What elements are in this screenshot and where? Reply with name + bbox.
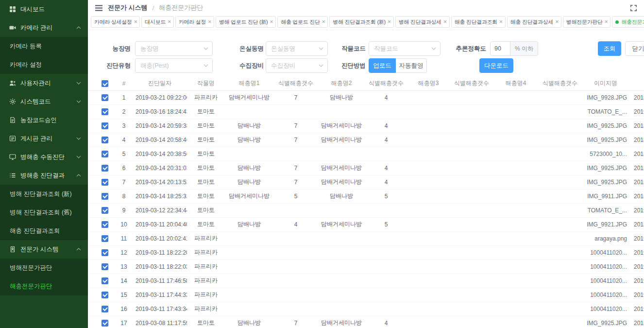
tab-item[interactable]: 해충 업로드 진단× — [277, 16, 328, 28]
tab-item[interactable]: 해충 진단결과상세× — [507, 16, 561, 28]
sidebar-item[interactable]: 병해충 수동진단 — [0, 148, 88, 166]
cell-date2: 2018 — [629, 189, 644, 203]
sidebar-item[interactable]: 병해충 진단결과 — [0, 166, 88, 185]
cell-image: TOMATO_E_... — [582, 104, 629, 119]
tab-close-icon[interactable]: × — [499, 19, 503, 25]
cell-pest4 — [494, 217, 538, 231]
cell-cnt1 — [273, 259, 318, 274]
table-row: 12019-03-21 09:22:00파프리카담배거세미나방7담배나방4IMG… — [88, 90, 644, 104]
cell-pest4 — [494, 316, 538, 328]
tab-close-icon[interactable]: × — [208, 19, 211, 25]
dashboard-icon — [9, 6, 16, 13]
cell-date2: 2019 — [629, 302, 644, 316]
hamburger-menu-icon[interactable] — [95, 5, 103, 11]
row-checkbox[interactable] — [102, 94, 108, 101]
farm-name-select[interactable]: 농장명 — [135, 41, 213, 56]
search-button[interactable]: 조회 — [598, 41, 621, 56]
cell-pest3 — [407, 316, 449, 328]
tab-close-icon[interactable]: × — [555, 19, 559, 25]
cell-pest4 — [494, 119, 538, 133]
row-checkbox[interactable] — [102, 221, 108, 228]
cell-pest1: 담배나방 — [225, 133, 273, 147]
row-checkbox[interactable] — [102, 165, 108, 172]
chevron-down-icon — [76, 82, 81, 85]
sidebar-item[interactable]: 카메라 관리 — [0, 18, 88, 37]
sidebar-item[interactable]: 병해 진단결과조회 (舊) — [0, 203, 88, 222]
crop-code-select-value: 작물코드 — [374, 45, 398, 53]
cell-image: IMG_9928.JPG — [582, 90, 629, 104]
row-checkbox[interactable] — [102, 179, 108, 186]
row-checkbox[interactable] — [102, 193, 108, 200]
tab-item[interactable]: 해충전문가판단× — [612, 16, 644, 28]
row-checkbox[interactable] — [102, 108, 108, 115]
tab-item[interactable]: 카메라 설정× — [175, 16, 214, 28]
sidebar-item[interactable]: 농장코드승인 — [0, 111, 88, 129]
select-all-checkbox[interactable] — [102, 80, 108, 87]
tab-close-icon[interactable]: × — [134, 19, 137, 25]
sidebar-item[interactable]: 해충 진단결과조회 — [0, 222, 88, 240]
row-checkbox[interactable] — [102, 151, 108, 157]
row-checkbox[interactable] — [102, 122, 108, 129]
row-checkbox[interactable] — [102, 320, 108, 327]
sidebar-item[interactable]: 사용자관리 — [0, 74, 88, 92]
tab-item[interactable]: 병해 업로드 진단 (新)× — [216, 16, 276, 28]
sidebar-item[interactable]: 대시보드 — [0, 0, 88, 18]
greenhouse-select[interactable]: 온실동명 — [266, 41, 328, 56]
cell-pest3 — [407, 161, 449, 175]
row-checkbox[interactable] — [102, 292, 108, 298]
close-button[interactable]: 닫기 — [625, 41, 644, 56]
tab-item[interactable]: 병해 진단결과상세× — [395, 16, 450, 28]
divider — [88, 30, 644, 30]
row-checkbox[interactable] — [102, 235, 108, 242]
tab-item[interactable]: 병해전문가판단× — [563, 16, 611, 28]
cell-date: 2019-03-11 20:04:40 — [133, 217, 187, 231]
row-checkbox[interactable] — [102, 207, 108, 214]
sidebar-item[interactable]: 게시판 관리 — [0, 129, 88, 148]
row-checkbox[interactable] — [102, 249, 108, 256]
cell-pest2 — [318, 274, 365, 288]
table-row: 52019-03-14 20:38:56토마토5723000_10...2018 — [88, 147, 644, 161]
tab-item[interactable]: 대시보드× — [141, 16, 174, 28]
fullscreen-icon[interactable] — [630, 4, 637, 12]
sidebar-item[interactable]: 병해전문가판단 — [0, 259, 88, 277]
cell-pest4 — [494, 245, 538, 259]
app-root: 대시보드카메라 관리카메라 등록카메라 설정사용자관리시스템코드농장코드승인게시… — [0, 0, 644, 328]
method-auto-button[interactable]: 자동촬영 — [396, 58, 427, 73]
method-upload-button[interactable]: 업로드 — [369, 58, 396, 73]
cell-cnt2 — [365, 231, 407, 245]
crop-code-select[interactable]: 작물코드 — [369, 41, 441, 56]
cell-cnt1 — [273, 274, 318, 288]
cell-image: 1000411020... — [582, 288, 629, 302]
cell-pest1 — [225, 274, 273, 288]
cell-pest1: 담배나방 — [225, 175, 273, 189]
tab-close-icon[interactable]: × — [322, 19, 325, 25]
sidebar-item[interactable]: 시스템코드 — [0, 92, 88, 111]
row-checkbox[interactable] — [102, 306, 108, 312]
equipment-select[interactable]: 수집장비 — [266, 58, 328, 73]
cell-num: 3 — [115, 119, 133, 133]
diagnosis-type-select[interactable]: 해충(Pest) — [135, 58, 213, 73]
tab-item[interactable]: 해충 진단결과조회× — [451, 16, 506, 28]
accuracy-input[interactable] — [490, 41, 510, 56]
sidebar-item[interactable]: 전문가 시스템 — [0, 240, 88, 259]
row-checkbox[interactable] — [102, 263, 108, 270]
sidebar-item[interactable]: 해충전문가판단 — [0, 277, 88, 295]
sidebar-item-label: 병해전문가판단 — [10, 264, 52, 272]
tab-item[interactable]: 병해 진단결과조회 (新)× — [329, 16, 393, 28]
tab-item[interactable]: 카메라 상세설정× — [91, 16, 140, 28]
tab-close-icon[interactable]: × — [443, 19, 447, 25]
download-button[interactable]: 다운로드 — [479, 58, 513, 73]
chevron-up-icon — [76, 26, 81, 29]
row-checkbox[interactable] — [102, 277, 108, 284]
cell-image: TOMATO_E_... — [582, 203, 629, 217]
chevron-up-icon — [76, 248, 81, 251]
row-checkbox[interactable] — [102, 137, 108, 143]
tab-close-icon[interactable]: × — [388, 19, 391, 25]
sidebar-item[interactable]: 카메라 등록 — [0, 37, 88, 55]
tab-close-icon[interactable]: × — [605, 19, 608, 25]
table-row: 82019-03-14 18:25:32토마토담배거세미나방5담배나방5IMG_… — [88, 189, 644, 203]
sidebar-item[interactable]: 병해 진단결과조회 (新) — [0, 185, 88, 203]
tab-close-icon[interactable]: × — [270, 19, 273, 25]
tab-close-icon[interactable]: × — [168, 19, 171, 25]
sidebar-item[interactable]: 카메라 설정 — [0, 55, 88, 74]
